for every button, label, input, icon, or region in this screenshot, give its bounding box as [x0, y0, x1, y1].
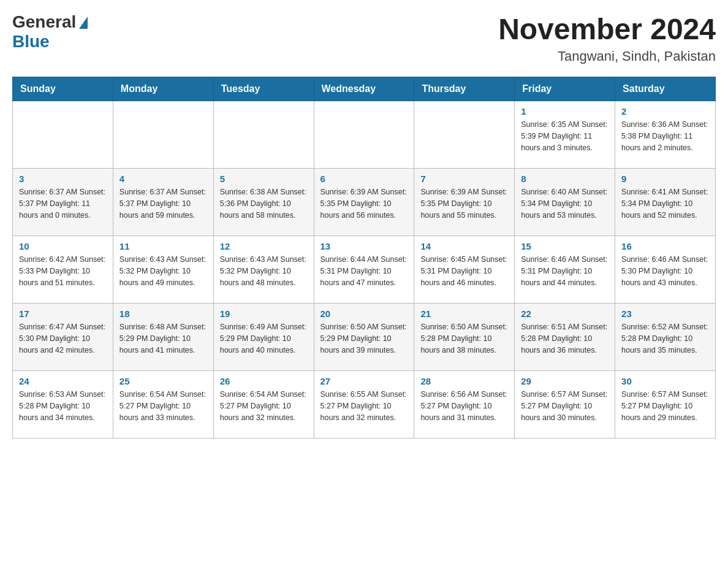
calendar-cell: 16Sunrise: 6:46 AM Sunset: 5:30 PM Dayli… [615, 236, 716, 304]
weekday-header-friday: Friday [515, 77, 615, 101]
day-info: Sunrise: 6:56 AM Sunset: 5:27 PM Dayligh… [420, 389, 508, 423]
day-number: 5 [220, 174, 308, 184]
day-info: Sunrise: 6:50 AM Sunset: 5:29 PM Dayligh… [320, 321, 408, 356]
day-info: Sunrise: 6:47 AM Sunset: 5:30 PM Dayligh… [19, 321, 107, 356]
day-info: Sunrise: 6:39 AM Sunset: 5:35 PM Dayligh… [420, 186, 508, 221]
day-number: 2 [621, 106, 709, 117]
day-number: 24 [19, 376, 107, 386]
calendar-week-row: 1Sunrise: 6:35 AM Sunset: 5:39 PM Daylig… [13, 101, 716, 169]
calendar-header-row: SundayMondayTuesdayWednesdayThursdayFrid… [13, 77, 716, 101]
calendar-cell: 19Sunrise: 6:49 AM Sunset: 5:29 PM Dayli… [213, 304, 314, 371]
day-number: 7 [420, 174, 508, 184]
day-number: 13 [320, 241, 408, 251]
day-number: 1 [521, 106, 609, 117]
calendar-cell [213, 101, 314, 169]
weekday-header-thursday: Thursday [414, 77, 515, 101]
day-number: 21 [420, 308, 508, 319]
calendar-cell: 7Sunrise: 6:39 AM Sunset: 5:35 PM Daylig… [414, 169, 515, 236]
calendar-cell [414, 101, 515, 169]
calendar-cell: 10Sunrise: 6:42 AM Sunset: 5:33 PM Dayli… [13, 236, 113, 304]
calendar-cell: 14Sunrise: 6:45 AM Sunset: 5:31 PM Dayli… [414, 236, 515, 304]
calendar-week-row: 10Sunrise: 6:42 AM Sunset: 5:33 PM Dayli… [13, 236, 716, 304]
calendar-cell: 11Sunrise: 6:43 AM Sunset: 5:32 PM Dayli… [113, 236, 213, 304]
calendar-cell: 9Sunrise: 6:41 AM Sunset: 5:34 PM Daylig… [615, 169, 716, 236]
calendar-cell: 5Sunrise: 6:38 AM Sunset: 5:36 PM Daylig… [213, 169, 314, 236]
calendar-cell: 6Sunrise: 6:39 AM Sunset: 5:35 PM Daylig… [314, 169, 414, 236]
day-number: 22 [521, 308, 609, 319]
day-number: 11 [119, 241, 207, 251]
day-info: Sunrise: 6:48 AM Sunset: 5:29 PM Dayligh… [119, 321, 207, 356]
calendar-cell: 27Sunrise: 6:55 AM Sunset: 5:27 PM Dayli… [314, 371, 414, 439]
logo-triangle-icon [79, 17, 88, 29]
day-number: 4 [119, 174, 207, 184]
day-number: 8 [521, 174, 609, 184]
calendar-cell: 21Sunrise: 6:50 AM Sunset: 5:28 PM Dayli… [414, 304, 515, 371]
weekday-header-sunday: Sunday [13, 77, 113, 101]
logo-general-text: General [12, 12, 88, 32]
page-header: General Blue November 2024 Tangwani, Sin… [12, 12, 716, 64]
calendar-cell: 20Sunrise: 6:50 AM Sunset: 5:29 PM Dayli… [314, 304, 414, 371]
calendar-cell: 30Sunrise: 6:57 AM Sunset: 5:27 PM Dayli… [615, 371, 716, 439]
calendar-week-row: 17Sunrise: 6:47 AM Sunset: 5:30 PM Dayli… [13, 304, 716, 371]
day-info: Sunrise: 6:40 AM Sunset: 5:34 PM Dayligh… [521, 186, 609, 221]
calendar-cell: 28Sunrise: 6:56 AM Sunset: 5:27 PM Dayli… [414, 371, 515, 439]
weekday-header-saturday: Saturday [615, 77, 716, 101]
day-number: 15 [521, 241, 609, 251]
day-info: Sunrise: 6:55 AM Sunset: 5:27 PM Dayligh… [320, 389, 408, 423]
day-info: Sunrise: 6:46 AM Sunset: 5:30 PM Dayligh… [621, 254, 709, 288]
day-number: 20 [320, 308, 408, 319]
day-number: 28 [420, 376, 508, 386]
day-info: Sunrise: 6:37 AM Sunset: 5:37 PM Dayligh… [19, 186, 107, 221]
calendar-cell: 15Sunrise: 6:46 AM Sunset: 5:31 PM Dayli… [515, 236, 615, 304]
day-info: Sunrise: 6:43 AM Sunset: 5:32 PM Dayligh… [220, 254, 308, 288]
calendar-cell: 26Sunrise: 6:54 AM Sunset: 5:27 PM Dayli… [213, 371, 314, 439]
day-number: 6 [320, 174, 408, 184]
day-info: Sunrise: 6:50 AM Sunset: 5:28 PM Dayligh… [420, 321, 508, 356]
day-info: Sunrise: 6:45 AM Sunset: 5:31 PM Dayligh… [420, 254, 508, 288]
day-number: 23 [621, 308, 709, 319]
day-info: Sunrise: 6:42 AM Sunset: 5:33 PM Dayligh… [19, 254, 107, 288]
day-info: Sunrise: 6:57 AM Sunset: 5:27 PM Dayligh… [521, 389, 609, 423]
calendar-week-row: 3Sunrise: 6:37 AM Sunset: 5:37 PM Daylig… [13, 169, 716, 236]
calendar-cell: 23Sunrise: 6:52 AM Sunset: 5:28 PM Dayli… [615, 304, 716, 371]
calendar-cell [113, 101, 213, 169]
day-number: 18 [119, 308, 207, 319]
day-info: Sunrise: 6:37 AM Sunset: 5:37 PM Dayligh… [119, 186, 207, 221]
calendar-week-row: 24Sunrise: 6:53 AM Sunset: 5:28 PM Dayli… [13, 371, 716, 439]
logo-blue-word: Blue [12, 32, 50, 52]
day-number: 14 [420, 241, 508, 251]
calendar-cell: 13Sunrise: 6:44 AM Sunset: 5:31 PM Dayli… [314, 236, 414, 304]
day-number: 16 [621, 241, 709, 251]
calendar-cell: 22Sunrise: 6:51 AM Sunset: 5:28 PM Dayli… [515, 304, 615, 371]
calendar-cell: 8Sunrise: 6:40 AM Sunset: 5:34 PM Daylig… [515, 169, 615, 236]
calendar-cell: 25Sunrise: 6:54 AM Sunset: 5:27 PM Dayli… [113, 371, 213, 439]
calendar-table: SundayMondayTuesdayWednesdayThursdayFrid… [12, 77, 716, 439]
logo: General Blue [12, 12, 88, 52]
calendar-cell: 12Sunrise: 6:43 AM Sunset: 5:32 PM Dayli… [213, 236, 314, 304]
day-info: Sunrise: 6:49 AM Sunset: 5:29 PM Dayligh… [220, 321, 308, 356]
calendar-cell: 1Sunrise: 6:35 AM Sunset: 5:39 PM Daylig… [515, 101, 615, 169]
calendar-cell: 18Sunrise: 6:48 AM Sunset: 5:29 PM Dayli… [113, 304, 213, 371]
day-number: 25 [119, 376, 207, 386]
weekday-header-wednesday: Wednesday [314, 77, 414, 101]
day-number: 30 [621, 376, 709, 386]
calendar-title: November 2024 [498, 12, 716, 46]
day-number: 3 [19, 174, 107, 184]
calendar-subtitle: Tangwani, Sindh, Pakistan [498, 48, 716, 64]
calendar-cell: 4Sunrise: 6:37 AM Sunset: 5:37 PM Daylig… [113, 169, 213, 236]
calendar-cell: 17Sunrise: 6:47 AM Sunset: 5:30 PM Dayli… [13, 304, 113, 371]
day-info: Sunrise: 6:39 AM Sunset: 5:35 PM Dayligh… [320, 186, 408, 221]
day-number: 10 [19, 241, 107, 251]
day-info: Sunrise: 6:35 AM Sunset: 5:39 PM Dayligh… [521, 119, 609, 153]
day-info: Sunrise: 6:43 AM Sunset: 5:32 PM Dayligh… [119, 254, 207, 288]
day-info: Sunrise: 6:54 AM Sunset: 5:27 PM Dayligh… [119, 389, 207, 423]
day-number: 12 [220, 241, 308, 251]
calendar-cell [13, 101, 113, 169]
calendar-cell [314, 101, 414, 169]
day-info: Sunrise: 6:57 AM Sunset: 5:27 PM Dayligh… [621, 389, 709, 423]
weekday-header-tuesday: Tuesday [213, 77, 314, 101]
day-number: 9 [621, 174, 709, 184]
day-info: Sunrise: 6:51 AM Sunset: 5:28 PM Dayligh… [521, 321, 609, 356]
day-info: Sunrise: 6:46 AM Sunset: 5:31 PM Dayligh… [521, 254, 609, 288]
day-info: Sunrise: 6:52 AM Sunset: 5:28 PM Dayligh… [621, 321, 709, 356]
